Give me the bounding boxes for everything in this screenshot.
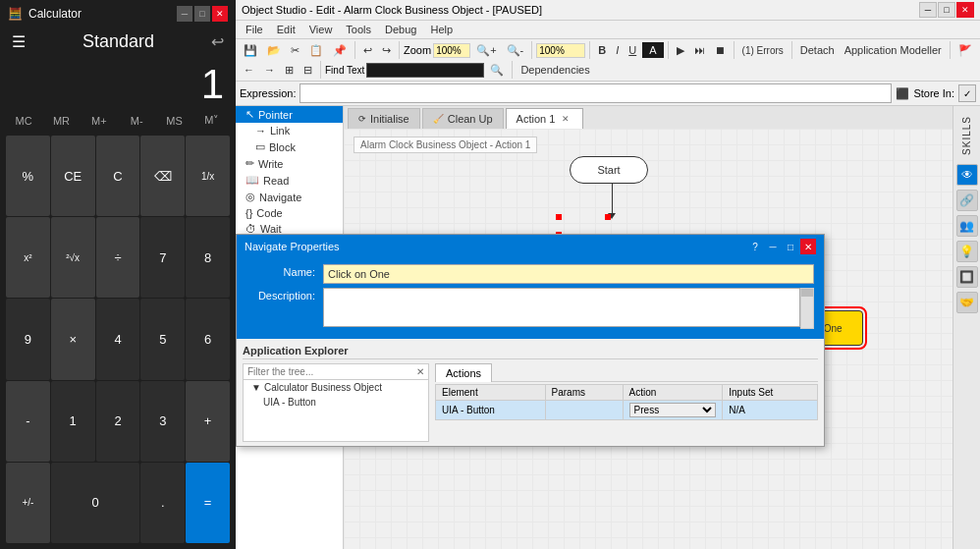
skills-users-btn[interactable]: 👥 [956,215,978,237]
toolbar-back-btn[interactable]: ← [240,62,258,78]
calc-c-btn[interactable]: C [96,136,140,216]
table-row[interactable]: UIA - Button Press N/A [436,401,818,420]
flow-start-node[interactable]: Start [570,156,648,184]
dialog-close-btn[interactable]: ✕ [800,239,816,254]
calc-9-btn[interactable]: 9 [6,299,50,379]
calc-plus-btn[interactable]: + [186,381,230,462]
dialog-max-btn[interactable]: □ [783,239,798,254]
calc-multiply-btn[interactable]: × [51,299,95,379]
calc-1-btn[interactable]: 1 [51,381,95,462]
calc-backspace-btn[interactable]: ⌫ [140,136,185,216]
dialog-min-btn[interactable]: ─ [765,239,781,254]
menu-tools[interactable]: Tools [340,22,377,37]
menu-help[interactable]: Help [424,22,459,37]
toolbar-zoom-out-btn[interactable]: 🔍- [503,42,528,59]
toolbar-step-btn[interactable]: ⏭ [690,42,709,58]
dialog-help-btn[interactable]: ? [747,239,763,254]
toolbar-cut-btn[interactable]: ✂ [287,42,303,59]
calc-ms-btn[interactable]: MS [156,111,191,130]
palette-block[interactable]: ▭ Block [236,138,343,155]
calc-mplus-btn[interactable]: M+ [82,111,117,130]
toolbar-deps-btn[interactable]: Dependencies [517,62,593,78]
toolbar-color-btn[interactable]: A [642,42,663,58]
tab-cleanup[interactable]: 🧹 Clean Up [422,108,504,129]
calc-hamburger-icon[interactable]: ☰ [12,32,26,51]
expr-expand-btn[interactable]: ⬛ [896,87,909,100]
toolbar-redo-btn[interactable]: ↪ [378,42,395,59]
tree-search-clear-btn[interactable]: ✕ [416,366,424,377]
actions-tab[interactable]: Actions [435,363,492,382]
toolbar-save-btn[interactable]: 💾 [240,42,261,59]
toolbar-italic-btn[interactable]: I [612,42,623,58]
store-in-btn[interactable]: ✓ [958,84,976,102]
calc-mc-btn[interactable]: MC [6,111,41,130]
calc-maximize-btn[interactable]: □ [194,6,210,22]
skills-box-btn[interactable]: 🔲 [956,266,978,288]
toolbar-appmodeller-btn[interactable]: Application Modeller [841,42,946,58]
tree-search-input[interactable] [247,366,414,377]
toolbar-search-btn[interactable]: 🔍 [486,62,508,79]
menu-file[interactable]: File [240,22,269,37]
calc-divide-btn[interactable]: ÷ [96,217,140,298]
calc-minimize-btn[interactable]: ─ [177,6,192,22]
calc-history-icon[interactable]: ↩ [211,32,224,51]
palette-pointer[interactable]: ↖ Pointer [236,106,343,123]
calc-8-btn[interactable]: 8 [186,217,230,298]
handle-br[interactable] [556,214,562,220]
calc-dot-btn[interactable]: . [140,463,185,543]
toolbar-bold-btn[interactable]: B [594,42,610,58]
calc-mminus-btn[interactable]: M- [119,111,154,130]
menu-edit[interactable]: Edit [271,22,301,37]
calc-mlist-btn[interactable]: M˅ [194,111,230,130]
toolbar-play-btn[interactable]: ▶ [673,42,688,59]
tab-action1-close-btn[interactable]: ✕ [559,112,572,126]
tree-item-calculator-bo[interactable]: ▼ Calculator Business Object [244,380,428,395]
menu-view[interactable]: View [303,22,339,37]
toolbar-findtext-input[interactable] [366,63,484,78]
calc-2-btn[interactable]: 2 [96,381,140,462]
calc-close-btn[interactable]: ✕ [212,6,228,22]
toolbar-copy-btn[interactable]: 📋 [305,42,327,59]
toolbar-flag-btn[interactable]: 🚩 [954,42,976,59]
calc-minus-btn[interactable]: - [6,381,50,462]
calc-square-btn[interactable]: x² [6,217,50,298]
handle-bm[interactable] [605,214,611,220]
calc-sqrt-btn[interactable]: ²√x [51,217,95,298]
calc-3-btn[interactable]: 3 [140,381,185,462]
toolbar-zoom-input[interactable] [433,43,470,58]
palette-navigate[interactable]: ◎ Navigate [236,189,343,205]
toolbar-detach-btn[interactable]: Detach [796,42,839,58]
studio-maximize-btn[interactable]: □ [938,2,955,18]
calc-mr-btn[interactable]: MR [43,111,79,130]
menu-debug[interactable]: Debug [379,22,422,37]
toolbar-grid-btn[interactable]: ⊞ [281,62,298,79]
toolbar-grid2-btn[interactable]: ⊟ [299,62,316,79]
calc-7-btn[interactable]: 7 [140,217,185,298]
tab-action1[interactable]: Action 1 ✕ [506,108,584,129]
calc-0-btn[interactable]: 0 [51,463,140,543]
studio-minimize-btn[interactable]: ─ [919,2,937,18]
palette-write[interactable]: ✏ Write [236,155,343,172]
palette-read[interactable]: 📖 Read [236,172,343,189]
action-dropdown[interactable]: Press [629,403,717,417]
toolbar-stop-btn[interactable]: ⏹ [711,42,730,58]
palette-link[interactable]: → Link [236,123,343,138]
calc-reciprocal-btn[interactable]: 1/x [186,136,230,216]
toolbar-zoom-in-btn[interactable]: 🔍+ [472,42,500,59]
skills-eye-btn[interactable]: 👁 [956,164,978,186]
calc-4-btn[interactable]: 4 [96,299,140,379]
palette-code[interactable]: {} Code [236,205,343,221]
calc-6-btn[interactable]: 6 [186,299,230,379]
toolbar-undo-btn[interactable]: ↩ [359,42,376,59]
calc-equals-btn[interactable]: = [186,463,230,543]
calc-5-btn[interactable]: 5 [140,299,185,379]
studio-close-btn[interactable]: ✕ [956,2,974,18]
dialog-desc-input[interactable] [323,288,800,327]
calc-ce-btn[interactable]: CE [51,136,95,216]
toolbar-paste-btn[interactable]: 📌 [329,42,351,59]
tree-expand-icon[interactable]: ▼ [251,382,261,393]
skills-idea-btn[interactable]: 💡 [956,241,978,262]
dialog-desc-scrollbar[interactable] [800,288,814,329]
tree-item-uia-button[interactable]: UIA - Button [244,395,428,410]
calc-percent-btn[interactable]: % [6,136,50,216]
